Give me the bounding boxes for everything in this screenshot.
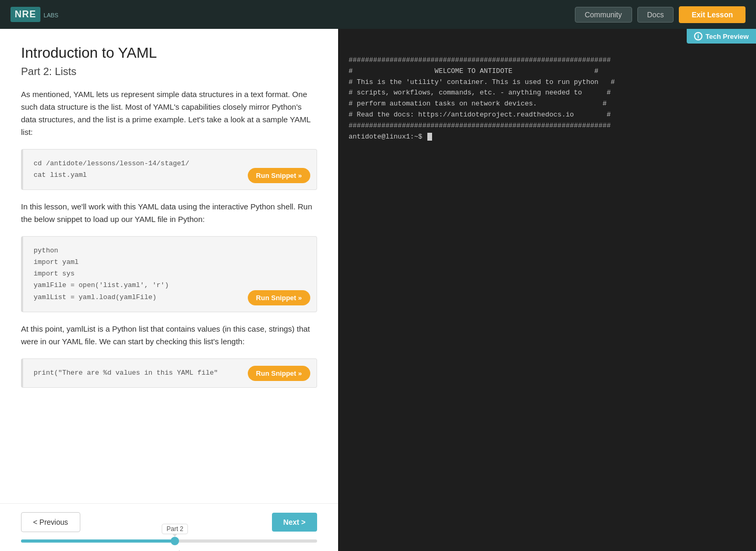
terminal-line-7: ########################################… bbox=[349, 121, 746, 132]
terminal-line-2: # WELCOME TO ANTIDOTE # bbox=[349, 66, 746, 77]
terminal-panel: i Tech Preview #########################… bbox=[338, 29, 756, 551]
previous-button[interactable]: < Previous bbox=[21, 512, 80, 532]
terminal-prompt[interactable]: antidote@linux1:~$ bbox=[349, 132, 746, 143]
terminal-line-6: # Read the docs: https://antidoteproject… bbox=[349, 110, 746, 121]
terminal-line-5: # perform automation tasks on network de… bbox=[349, 99, 746, 110]
logo-icon: NRE bbox=[10, 7, 40, 22]
run-snippet-button-1[interactable]: Run Snippet bbox=[248, 168, 310, 183]
exit-lesson-button[interactable]: Exit Lesson bbox=[679, 6, 746, 23]
slider-fill bbox=[21, 539, 175, 543]
progress-container: Part 2 ▶ bbox=[21, 539, 317, 546]
terminal-content[interactable]: ########################################… bbox=[338, 29, 756, 551]
run-snippet-button-2[interactable]: Run Snippet bbox=[248, 290, 310, 305]
terminal-line-4: # scripts, workflows, commands, etc. - a… bbox=[349, 88, 746, 99]
lower-text: At this point, yamlList is a Python list… bbox=[21, 323, 317, 348]
terminal-cursor bbox=[427, 133, 432, 141]
terminal-line-1: ########################################… bbox=[349, 55, 746, 66]
code-block-3: print("There are %d values in this YAML … bbox=[21, 358, 317, 388]
intro-text: As mentioned, YAML lets us represent sim… bbox=[21, 88, 317, 139]
bottom-nav: < Previous Next > Part 2 ▶ bbox=[0, 503, 338, 551]
lesson-title: Introduction to YAML bbox=[21, 45, 317, 61]
progress-label: Part 2 bbox=[162, 524, 188, 534]
left-panel: Introduction to YAML Part 2: Lists As me… bbox=[0, 29, 338, 551]
header: NRE LABS Community Docs Exit Lesson bbox=[0, 0, 756, 29]
info-icon: i bbox=[694, 32, 702, 40]
progress-slider-track[interactable] bbox=[21, 539, 317, 543]
tech-preview-label: Tech Preview bbox=[706, 33, 749, 40]
terminal-line-3: # This is the 'utility' container. This … bbox=[349, 77, 746, 88]
next-button[interactable]: Next > bbox=[272, 513, 317, 532]
code-block-2: python import yaml import sys yamlFile =… bbox=[21, 236, 317, 312]
header-nav: Community Docs Exit Lesson bbox=[575, 6, 746, 23]
lesson-subtitle: Part 2: Lists bbox=[21, 66, 317, 78]
run-snippet-button-3[interactable]: Run Snippet bbox=[248, 366, 310, 381]
code-block-1: cd /antidote/lessons/lesson-14/stage1/ c… bbox=[21, 149, 317, 190]
mid-text: In this lesson, we'll work with this YAM… bbox=[21, 200, 317, 226]
logo-area: NRE LABS bbox=[10, 7, 58, 22]
slider-thumb[interactable] bbox=[171, 537, 179, 545]
cursor-icon: ▶ bbox=[179, 548, 186, 551]
logo-sub: LABS bbox=[44, 12, 58, 18]
community-button[interactable]: Community bbox=[575, 7, 632, 23]
tech-preview-badge: i Tech Preview bbox=[687, 29, 756, 44]
docs-button[interactable]: Docs bbox=[637, 7, 674, 23]
main-layout: Introduction to YAML Part 2: Lists As me… bbox=[0, 29, 756, 551]
lesson-content: Introduction to YAML Part 2: Lists As me… bbox=[0, 29, 338, 503]
